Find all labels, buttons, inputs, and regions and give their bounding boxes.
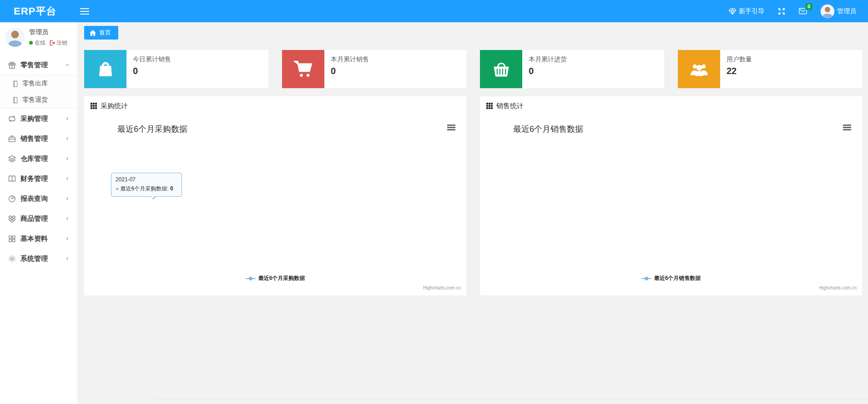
chart-panels: 采购统计 最近6个月采购数据 0金额 (元)2021-072021-082021… [84, 96, 862, 295]
book-icon [8, 175, 16, 183]
sidebar-item-finance[interactable]: 财务管理 [0, 169, 77, 189]
sidebar-item-retail-return[interactable]: 零售退货 [0, 92, 77, 108]
card-title: 本月累计进货 [529, 55, 567, 64]
legend-label: 最近6个月采购数据 [258, 274, 305, 282]
pie-chart-icon [8, 195, 16, 203]
card-month-sales[interactable]: 本月累计销售 0 [282, 50, 466, 88]
sidebar-item-sales[interactable]: 销售管理 [0, 129, 77, 149]
legend-item[interactable]: 最近6个月采购数据 [84, 274, 466, 282]
basket-icon [491, 59, 511, 79]
legend-label: 最近6个月销售数据 [654, 274, 701, 282]
logout-button[interactable]: 注销 [49, 39, 67, 47]
footer-divider [155, 399, 868, 399]
card-title: 今日累计销售 [133, 55, 171, 64]
file-icon [12, 80, 19, 87]
card-today-sales[interactable]: 今日累计销售 0 [84, 50, 268, 88]
legend-marker [641, 276, 651, 281]
chart-export-menu-icon[interactable] [447, 124, 455, 131]
sidebar-user-name: 管理员 [29, 28, 67, 36]
gear-icon [8, 255, 16, 263]
chevron-left-icon [65, 116, 70, 121]
layers-icon [8, 155, 16, 163]
messages-button[interactable]: 0 [799, 8, 807, 15]
sidebar-toggle-icon[interactable] [80, 6, 89, 16]
logout-icon [49, 40, 55, 46]
gift-icon [8, 61, 16, 69]
chevron-left-icon [65, 236, 70, 241]
sidebar-item-system[interactable]: 系统管理 [0, 249, 77, 269]
box-icon [8, 215, 16, 223]
card-value: 0 [133, 66, 171, 76]
sidebar-item-purchase[interactable]: 采购管理 [0, 109, 77, 129]
online-status-dot [29, 41, 33, 45]
card-value: 22 [727, 66, 752, 76]
chevron-left-icon [65, 136, 70, 141]
briefcase-icon [8, 135, 16, 143]
avatar [821, 5, 834, 18]
repeat-icon [8, 115, 16, 123]
user-menu[interactable]: 管理员 [821, 5, 856, 18]
shopping-bag-icon [96, 60, 115, 79]
sidebar-menu: 零售管理 零售出库 零售退货 采购管理 销售管理 仓库管理 [0, 55, 77, 269]
online-label: 在线 [35, 39, 45, 47]
sales-stats-panel: 销售统计 最近6个月销售数据 0金额 (元)2021-072021-082021… [480, 96, 862, 295]
legend-marker [246, 276, 256, 281]
panel-title: 采购统计 [101, 102, 128, 110]
chevron-left-icon [65, 256, 70, 261]
file-icon [12, 97, 19, 104]
tooltip-series: 最近6个月采购数据 [121, 185, 167, 192]
chevron-down-icon [65, 62, 70, 68]
users-icon [689, 59, 710, 80]
home-icon [90, 30, 96, 36]
panel-title: 销售统计 [496, 102, 524, 110]
sales-line-chart: 最近6个月销售数据 0金额 (元)2021-072021-082021-0920… [480, 115, 616, 184]
sidebar-item-goods[interactable]: 商品管理 [0, 209, 77, 229]
fullscreen-button[interactable] [778, 8, 785, 15]
top-navbar: ERP平台 新手引导 0 管理员 [0, 0, 868, 22]
guide-label: 新手引导 [739, 7, 764, 15]
mail-badge: 0 [805, 3, 812, 10]
tooltip-value: 0 [170, 185, 173, 192]
sidebar-item-reports[interactable]: 报表查询 [0, 189, 77, 209]
stat-cards: 今日累计销售 0 本月累计销售 0 本月累计进货 0 [84, 50, 862, 88]
purchase-stats-panel: 采购统计 最近6个月采购数据 0金额 (元)2021-072021-082021… [84, 96, 466, 295]
gem-icon [729, 8, 736, 15]
chevron-left-icon [65, 196, 70, 201]
grid-icon [8, 235, 16, 243]
card-title: 本月累计销售 [331, 55, 369, 64]
app-logo[interactable]: ERP平台 [0, 5, 56, 18]
fullscreen-icon [778, 8, 785, 15]
chart-title: 最近6个月销售数据 [513, 125, 583, 134]
breadcrumb: 首页 [77, 22, 868, 40]
sidebar-avatar[interactable] [5, 28, 25, 47]
card-value: 0 [529, 66, 567, 76]
guide-button[interactable]: 新手引导 [729, 7, 764, 15]
chart-tooltip: 2021-07 ● 最近6个月采购数据: 0 [111, 173, 182, 197]
th-grid-icon [91, 103, 97, 109]
tooltip-category: 2021-07 [116, 176, 177, 183]
sidebar-item-warehouse[interactable]: 仓库管理 [0, 149, 77, 169]
purchase-chart: 最近6个月采购数据 0金额 (元)2021-072021-082021-0920… [84, 115, 466, 295]
chevron-left-icon [65, 156, 70, 161]
highcharts-credit[interactable]: Highcharts.com.cn [423, 285, 461, 290]
tab-home[interactable]: 首页 [84, 26, 118, 40]
sidebar-item-retail-outbound[interactable]: 零售出库 [0, 75, 77, 92]
main-content: 首页 今日累计销售 0 本月累计销售 0 [77, 22, 868, 404]
sidebar: 管理员 在线 注销 零售管理 零售出库 零售退货 [0, 22, 77, 404]
chevron-left-icon [65, 216, 70, 221]
legend-item[interactable]: 最近6个月销售数据 [480, 274, 862, 282]
card-user-count[interactable]: 用户数量 22 [678, 50, 862, 88]
card-value: 0 [331, 66, 369, 76]
sidebar-item-basic-data[interactable]: 基本资料 [0, 229, 77, 249]
sidebar-item-retail[interactable]: 零售管理 [0, 55, 77, 75]
card-month-purchase[interactable]: 本月累计进货 0 [480, 50, 664, 88]
highcharts-credit[interactable]: Highcharts.com.cn [819, 285, 857, 290]
card-title: 用户数量 [727, 55, 752, 64]
sidebar-user-panel: 管理员 在线 注销 [0, 22, 77, 53]
chart-title: 最近6个月采购数据 [117, 125, 187, 134]
chart-export-menu-icon[interactable] [843, 124, 851, 131]
sales-chart: 最近6个月销售数据 0金额 (元)2021-072021-082021-0920… [480, 115, 862, 295]
user-name: 管理员 [837, 7, 856, 15]
th-grid-icon [486, 103, 493, 109]
retail-submenu: 零售出库 零售退货 [0, 75, 77, 109]
